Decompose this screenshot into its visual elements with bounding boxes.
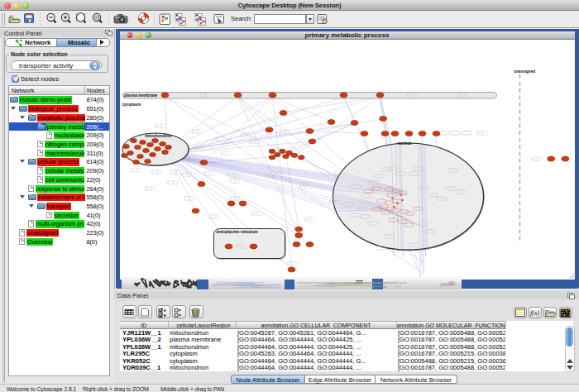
svg-text:[.....]: [.....] [230,197,235,200]
svg-text:[.....]: [.....] [237,245,242,248]
svg-text:unassigned: unassigned [514,69,535,74]
svg-text:[.....]: [.....] [532,157,537,160]
svg-text:[.....]: [.....] [459,93,464,97]
svg-text:[.....]: [.....] [204,172,209,175]
svg-text:[.....]: [.....] [184,197,189,200]
svg-text:[.....]: [.....] [182,173,187,176]
svg-text:[.....]: [.....] [477,131,482,135]
svg-text:endoplasmic reticulum: endoplasmic reticulum [216,230,257,234]
svg-text:[.....]: [.....] [294,238,299,241]
svg-text:[.....]: [.....] [146,187,151,190]
svg-text:f(x): f(x) [530,309,539,317]
svg-text:[.....]: [.....] [156,124,160,127]
svg-text:[.....]: [.....] [242,133,246,136]
svg-text:[.....]: [.....] [252,212,257,215]
svg-text:cytoplasm: cytoplasm [122,103,141,107]
svg-text:[.....]: [.....] [168,181,173,184]
svg-text:[.....]: [.....] [287,262,292,265]
svg-text:[.....]: [.....] [268,174,273,178]
svg-text:[.....]: [.....] [193,130,198,133]
svg-text:[.....]: [.....] [228,174,233,178]
svg-text:[.....]: [.....] [230,179,235,183]
svg-text:[.....]: [.....] [170,170,175,174]
svg-text:[.....]: [.....] [200,93,205,97]
svg-text:nucleus: nucleus [397,141,412,146]
svg-text:[.....]: [.....] [132,169,136,172]
svg-text:[.....]: [.....] [209,215,214,218]
svg-text:[.....]: [.....] [216,137,221,141]
svg-text:plasma membrane: plasma membrane [124,93,158,98]
svg-text:[.....]: [.....] [305,218,310,221]
svg-text:[.....]: [.....] [330,200,335,203]
svg-text:[.....]: [.....] [152,170,157,174]
svg-text:[.....]: [.....] [280,130,285,133]
svg-text:[.....]: [.....] [221,151,226,155]
svg-text:[.....]: [.....] [194,146,199,149]
svg-text:[.....]: [.....] [407,94,412,98]
svg-text:[.....]: [.....] [300,185,305,189]
svg-text:mitochondrion: mitochondrion [145,134,171,138]
svg-text:[.....]: [.....] [250,140,255,143]
